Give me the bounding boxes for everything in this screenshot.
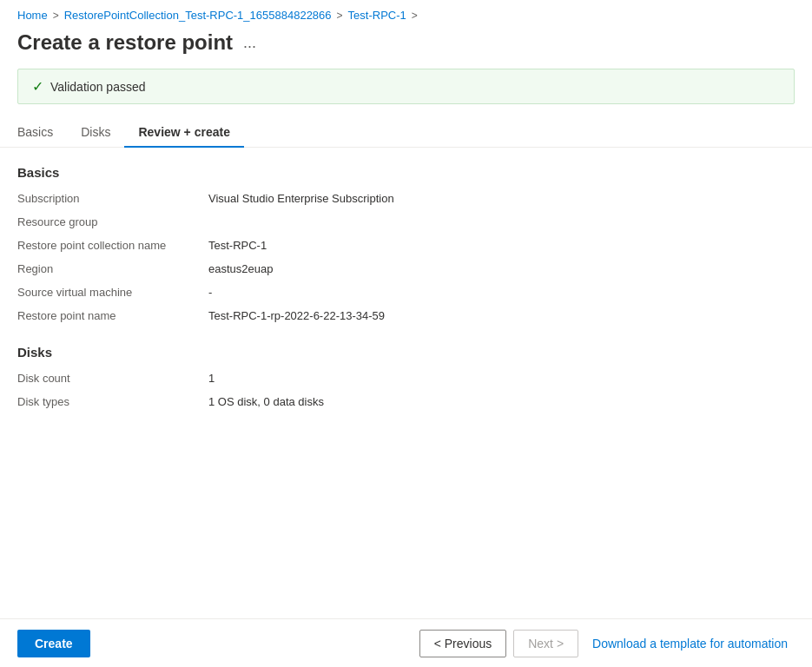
disks-field-grid: Disk count 1 Disk types 1 OS disk, 0 dat… xyxy=(17,370,795,410)
validation-message: Validation passed xyxy=(50,80,145,94)
resource-group-value xyxy=(208,214,795,230)
disk-types-value: 1 OS disk, 0 data disks xyxy=(208,393,795,410)
breadcrumb-home[interactable]: Home xyxy=(17,9,48,22)
restore-point-name-value: Test-RPC-1-rp-2022-6-22-13-34-59 xyxy=(208,307,795,324)
disk-count-value: 1 xyxy=(208,370,795,386)
disk-types-label: Disk types xyxy=(17,393,208,410)
download-template-link[interactable]: Download a template for automation xyxy=(585,637,795,650)
tab-bar: Basics Disks Review + create xyxy=(0,118,812,148)
restore-point-collection-name-label: Restore point collection name xyxy=(17,237,208,254)
validation-check-icon: ✓ xyxy=(32,78,43,95)
subscription-label: Subscription xyxy=(17,190,208,207)
resource-group-label: Resource group xyxy=(17,214,208,230)
breadcrumb-collection[interactable]: RestorePointCollection_Test-RPC-1_165588… xyxy=(64,9,332,22)
validation-banner: ✓ Validation passed xyxy=(17,69,795,104)
main-content: Basics Subscription Visual Studio Enterp… xyxy=(0,165,812,410)
next-button[interactable]: Next > xyxy=(513,630,578,657)
region-value: eastus2euap xyxy=(208,261,795,277)
tab-disks[interactable]: Disks xyxy=(67,118,124,148)
disks-section-title: Disks xyxy=(17,345,795,360)
disks-section: Disks Disk count 1 Disk types 1 OS disk,… xyxy=(17,345,795,410)
breadcrumb-sep-2: > xyxy=(337,10,343,22)
page-header: Create a restore point ... xyxy=(0,27,812,69)
previous-button[interactable]: < Previous xyxy=(419,630,507,657)
footer-bar: Create < Previous Next > Download a temp… xyxy=(0,618,812,667)
page-title: Create a restore point xyxy=(17,30,233,55)
create-button[interactable]: Create xyxy=(17,630,90,657)
more-options-icon[interactable]: ... xyxy=(243,34,256,52)
basics-section: Basics Subscription Visual Studio Enterp… xyxy=(17,165,795,324)
breadcrumb-item[interactable]: Test-RPC-1 xyxy=(348,9,406,22)
restore-point-collection-name-value: Test-RPC-1 xyxy=(208,237,795,254)
source-vm-value: - xyxy=(208,284,795,300)
restore-point-name-label: Restore point name xyxy=(17,307,208,324)
region-label: Region xyxy=(17,261,208,277)
disk-count-label: Disk count xyxy=(17,370,208,386)
subscription-value: Visual Studio Enterprise Subscription xyxy=(208,190,795,207)
breadcrumb: Home > RestorePointCollection_Test-RPC-1… xyxy=(0,0,812,27)
breadcrumb-sep-1: > xyxy=(53,10,59,22)
basics-field-grid: Subscription Visual Studio Enterprise Su… xyxy=(17,190,795,324)
basics-section-title: Basics xyxy=(17,165,795,180)
source-vm-label: Source virtual machine xyxy=(17,284,208,300)
tab-basics[interactable]: Basics xyxy=(17,118,67,148)
tab-review-create[interactable]: Review + create xyxy=(124,118,243,148)
breadcrumb-sep-3: > xyxy=(412,10,418,22)
